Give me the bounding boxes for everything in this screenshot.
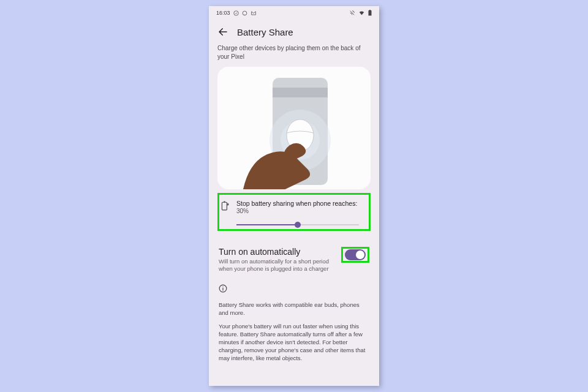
threshold-value: 30% [236, 208, 368, 214]
svg-point-0 [233, 10, 238, 15]
svg-rect-2 [369, 10, 372, 16]
clock-text: 16:03 [216, 10, 230, 16]
auto-subtitle: Will turn on automatically for a short p… [219, 258, 335, 273]
svg-rect-10 [224, 202, 225, 203]
threshold-label: Stop battery sharing when phone reaches: [236, 200, 368, 207]
info-section: Battery Share works with compatible ear … [217, 276, 371, 363]
svg-rect-9 [222, 202, 227, 210]
status-bar: 16:03 [209, 6, 379, 20]
threshold-section: Stop battery sharing when phone reaches:… [217, 193, 371, 231]
whatsapp-icon [242, 10, 247, 16]
illustration-card [217, 67, 371, 189]
vibrate-icon [349, 10, 355, 16]
threshold-slider[interactable] [236, 224, 359, 225]
mail-icon [251, 10, 257, 16]
svg-rect-3 [369, 10, 371, 10]
page-title: Battery Share [237, 27, 293, 37]
back-icon[interactable] [217, 26, 228, 37]
svg-rect-13 [222, 288, 223, 291]
checkmark-icon [233, 10, 239, 16]
auto-title: Turn on automatically [219, 247, 335, 257]
wifi-icon [358, 10, 365, 16]
app-bar: Battery Share [209, 20, 379, 44]
phone-frame: 16:03 Battery Share Charge other devices… [209, 6, 379, 386]
svg-point-12 [222, 286, 223, 287]
auto-section: Turn on automatically Will turn on autom… [217, 241, 371, 276]
battery-share-icon [221, 201, 229, 213]
svg-rect-5 [273, 88, 328, 97]
info-paragraph-1: Battery Share works with compatible ear … [219, 301, 369, 317]
info-icon [219, 284, 369, 295]
battery-icon [368, 10, 372, 16]
svg-point-1 [243, 11, 247, 15]
auto-toggle-highlight [341, 247, 369, 263]
page-description: Charge other devices by placing them on … [217, 44, 371, 61]
info-paragraph-2: Your phone's battery will run out faster… [219, 323, 369, 362]
auto-toggle[interactable] [345, 249, 366, 260]
